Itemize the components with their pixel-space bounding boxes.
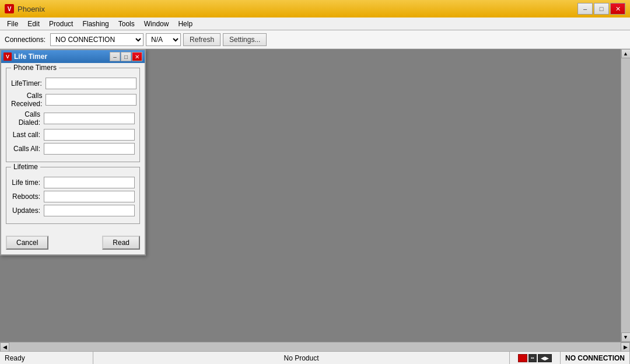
status-product: No Product [93,352,510,364]
sub-window-controls: – □ ✕ [110,52,142,61]
settings-button[interactable]: Settings... [223,33,267,46]
sub-minimize-button[interactable]: – [110,52,120,61]
scroll-left-arrow[interactable]: ◀ [0,342,9,352]
app-icon: V [5,4,14,13]
na-select[interactable]: N/A [146,33,181,46]
refresh-button[interactable]: Refresh [183,33,220,46]
connections-select[interactable]: NO CONNECTION [50,33,144,46]
read-button[interactable]: Read [102,236,140,250]
maximize-button[interactable]: □ [594,3,609,15]
title-bar-left: V Phoenix [5,4,45,13]
updates-row: Updates: [11,205,135,216]
close-button[interactable]: ✕ [610,3,625,15]
life-time-input[interactable] [44,177,135,188]
status-dark-indicator1: ▪▪ [528,354,537,362]
cancel-button[interactable]: Cancel [6,236,48,250]
scroll-track[interactable] [621,58,630,332]
horizontal-scrollbar: ◀ ▶ [0,342,630,351]
updates-label: Updates: [11,206,44,215]
lifetime-group: Lifetime Life time: Reboots: Updates: [6,167,140,224]
status-icon-block: ▪▪ ◀▶ [514,354,555,362]
reboots-label: Reboots: [11,192,44,201]
phone-timers-group: Phone Timers LifeTimer: Calls Received: … [6,68,140,162]
reboots-input[interactable] [44,191,135,202]
scroll-down-arrow[interactable]: ▼ [621,332,631,342]
calls-dialed-row: Calls Dialed: [11,110,135,127]
calls-all-row: Calls All: [11,143,135,155]
calls-received-row: Calls Received: [11,92,135,108]
menu-bar: File Edit Product Flashing Tools Window … [0,18,630,30]
sub-window-footer: Cancel Read [1,233,145,254]
ready-text: Ready [5,354,25,362]
lifetimer-input[interactable] [46,78,136,89]
title-bar: V Phoenix – □ ✕ [0,0,630,18]
connection-text: NO CONNECTION [565,354,625,362]
app-title: Phoenix [18,5,45,13]
sub-window-titlebar: V Life Timer – □ ✕ [1,50,145,63]
scroll-up-arrow[interactable]: ▲ [621,49,631,58]
calls-received-input[interactable] [46,94,136,106]
scroll-right-arrow[interactable]: ▶ [621,342,630,352]
last-call-input[interactable] [44,129,135,141]
phone-timers-label: Phone Timers [11,64,59,72]
vertical-scrollbar: ▲ ▼ [621,49,630,342]
sub-window-title: Life Timer [14,52,47,61]
status-bar: Ready No Product ▪▪ ◀▶ NO CONNECTION [0,351,630,364]
reboots-row: Reboots: [11,191,135,202]
last-call-row: Last call: [11,129,135,141]
life-timer-window: V Life Timer – □ ✕ Phone Timers LifeTime… [0,49,146,256]
calls-all-input[interactable] [44,143,135,155]
scroll-h-track[interactable] [9,342,621,351]
status-icons-section: ▪▪ ◀▶ [510,352,561,364]
life-time-row: Life time: [11,177,135,188]
menu-file[interactable]: File [2,19,23,29]
status-connection: NO CONNECTION [561,352,630,364]
sub-window-body: Phone Timers LifeTimer: Calls Received: … [1,63,145,233]
lifetime-label: Lifetime [11,163,40,171]
life-time-label: Life time: [11,178,44,187]
sub-close-button[interactable]: ✕ [132,52,142,61]
menu-flashing[interactable]: Flashing [78,19,113,29]
menu-help[interactable]: Help [173,19,197,29]
last-call-label: Last call: [11,131,44,139]
sub-maximize-button[interactable]: □ [121,52,131,61]
calls-dialed-input[interactable] [44,113,135,124]
lifetimer-row: LifeTimer: [11,78,135,89]
calls-dialed-label: Calls Dialed: [11,110,44,127]
main-content: V Life Timer – □ ✕ Phone Timers LifeTime… [0,49,630,342]
status-dark-indicator2: ◀▶ [538,354,552,362]
sub-title-left: V Life Timer [4,52,47,61]
menu-product[interactable]: Product [44,19,78,29]
sub-window-icon: V [4,52,12,61]
calls-received-label: Calls Received: [11,92,46,108]
lifetimer-label: LifeTimer: [11,79,46,88]
connections-label: Connections: [5,36,46,44]
menu-window[interactable]: Window [139,19,174,29]
status-red-indicator [518,354,527,362]
calls-all-label: Calls All: [11,145,44,153]
status-ready: Ready [0,352,93,364]
no-product-text: No Product [284,354,318,362]
updates-input[interactable] [44,205,135,216]
window-controls: – □ ✕ [578,3,625,15]
minimize-button[interactable]: – [578,3,593,15]
toolbar: Connections: NO CONNECTION N/A Refresh S… [0,30,630,49]
menu-tools[interactable]: Tools [114,19,139,29]
menu-edit[interactable]: Edit [23,19,44,29]
